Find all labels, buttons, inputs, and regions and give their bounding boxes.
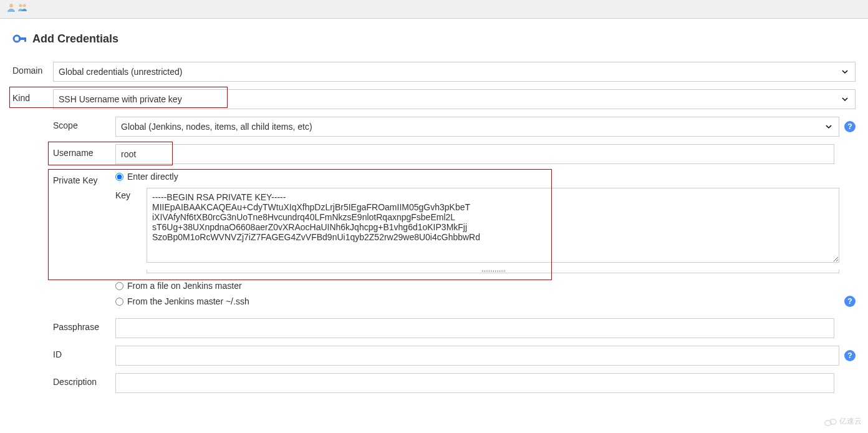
- username-label: Username: [53, 144, 115, 158]
- radio-from-ssh-input[interactable]: [115, 298, 123, 306]
- description-row: Description: [53, 373, 856, 393]
- domain-select[interactable]: Global credentials (unrestricted): [53, 62, 856, 82]
- passphrase-label: Passphrase: [53, 318, 115, 332]
- passphrase-row: Passphrase: [53, 318, 856, 338]
- radio-from-file-input[interactable]: [115, 282, 123, 290]
- username-input[interactable]: [115, 144, 834, 164]
- radio-from-ssh-label: From the Jenkins master ~/.ssh: [127, 296, 249, 306]
- id-help-icon[interactable]: ?: [844, 350, 856, 361]
- description-label: Description: [53, 373, 115, 387]
- passphrase-input[interactable]: [115, 318, 834, 338]
- private-key-label: Private Key: [53, 172, 115, 185]
- scope-row: Scope Global (Jenkins, nodes, items, all…: [53, 117, 856, 137]
- kind-select[interactable]: SSH Username with private key: [53, 89, 856, 109]
- radio-from-ssh[interactable]: From the Jenkins master ~/.ssh: [115, 296, 844, 306]
- id-label: ID: [53, 346, 115, 359]
- svg-point-2: [23, 4, 26, 7]
- radio-from-file[interactable]: From a file on Jenkins master: [115, 281, 856, 291]
- private-key-help-icon[interactable]: ?: [844, 296, 856, 307]
- users-icon: [17, 2, 27, 15]
- id-input[interactable]: [115, 346, 839, 366]
- scope-help-icon[interactable]: ?: [844, 121, 856, 132]
- username-row: Username: [53, 144, 856, 164]
- radio-enter-directly-input[interactable]: [115, 173, 123, 181]
- radio-from-file-label: From a file on Jenkins master: [127, 281, 242, 291]
- page-title: Add Credentials: [32, 32, 118, 46]
- id-row: ID ?: [53, 346, 856, 366]
- header-bar: [0, 0, 868, 19]
- kind-label: Kind: [12, 89, 53, 109]
- svg-point-1: [19, 4, 22, 7]
- radio-enter-directly-label: Enter directly: [127, 172, 178, 182]
- svg-rect-5: [24, 37, 26, 42]
- svg-point-0: [9, 4, 13, 7]
- scope-label: Scope: [53, 117, 115, 130]
- header-icons: [6, 2, 27, 15]
- key-icon: [12, 31, 27, 46]
- scope-select[interactable]: Global (Jenkins, nodes, items, all child…: [115, 117, 839, 137]
- domain-label: Domain: [12, 62, 53, 75]
- domain-row: Domain Global credentials (unrestricted): [12, 62, 856, 82]
- sub-section: Scope Global (Jenkins, nodes, items, all…: [53, 117, 856, 393]
- key-label: Key: [115, 188, 147, 200]
- main-content: Add Credentials Domain Global credential…: [0, 19, 868, 413]
- description-input[interactable]: [115, 373, 834, 393]
- key-resizer[interactable]: [147, 270, 839, 273]
- page-title-row: Add Credentials: [12, 31, 856, 46]
- kind-row: Kind SSH Username with private key: [12, 89, 856, 109]
- private-key-textarea[interactable]: [147, 188, 839, 263]
- private-key-block: Private Key Enter directly Key: [53, 172, 856, 307]
- radio-enter-directly[interactable]: Enter directly: [115, 172, 839, 182]
- user-icon: [6, 2, 16, 15]
